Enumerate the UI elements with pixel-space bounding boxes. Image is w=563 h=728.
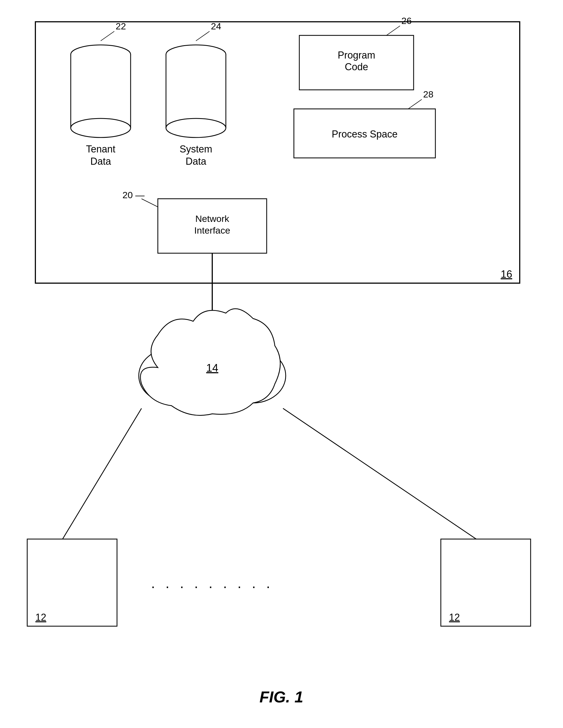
svg-rect-2 xyxy=(71,54,131,128)
network-interface-label: Network xyxy=(195,213,230,224)
figure-label: FIG. 1 xyxy=(259,688,303,706)
svg-point-5 xyxy=(71,118,131,137)
tenant-data-label2: Data xyxy=(90,156,111,167)
dots-label: . . . . . . . . . xyxy=(151,575,274,591)
ref-20: 20 — xyxy=(123,190,145,200)
ref-26: 26 xyxy=(401,16,412,26)
process-space-label: Process Space xyxy=(332,129,397,140)
program-code-label: Program xyxy=(338,50,375,61)
svg-point-11 xyxy=(166,118,226,137)
client-right-label: 12 xyxy=(449,612,460,623)
tenant-data-label: Tenant xyxy=(86,143,115,155)
server-label: 16 xyxy=(501,268,512,280)
svg-rect-8 xyxy=(166,54,226,128)
ref-24: 24 xyxy=(211,21,221,31)
system-data-label2: Data xyxy=(186,156,207,167)
system-data-label: System xyxy=(180,143,212,155)
svg-line-30 xyxy=(63,408,142,539)
ref-28: 28 xyxy=(423,89,433,99)
program-code-label2: Code xyxy=(345,61,368,72)
network-label: 14 xyxy=(206,362,219,374)
ref-22: 22 xyxy=(116,21,126,31)
network-interface-label2: Interface xyxy=(194,225,230,235)
client-left-label: 12 xyxy=(35,612,46,623)
svg-line-31 xyxy=(283,408,476,539)
